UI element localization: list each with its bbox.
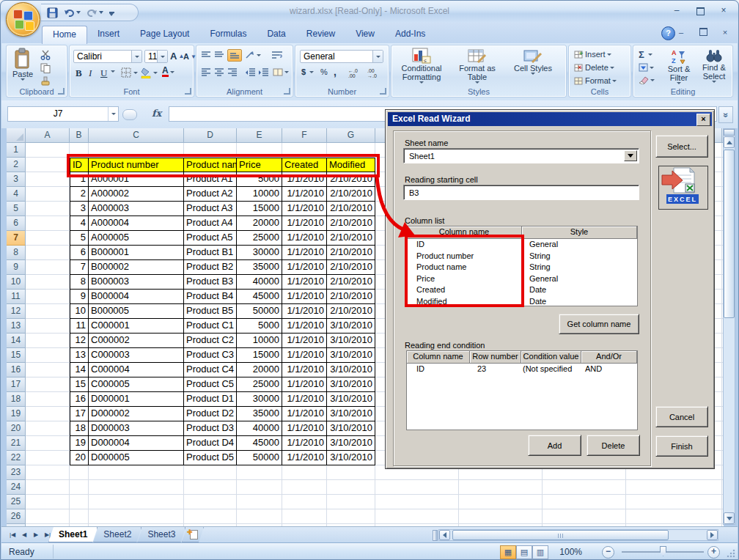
table-data-cell[interactable]: 1/1/2010 [282, 187, 327, 202]
page-layout-view-button[interactable]: ▤ [516, 545, 532, 559]
table-data-cell[interactable]: Product D4 [184, 436, 237, 451]
table-data-cell[interactable]: Product C3 [184, 348, 237, 363]
table-data-cell[interactable]: 45000 [237, 436, 282, 451]
table-data-cell[interactable]: 8 [70, 275, 89, 290]
grid-cell[interactable] [237, 480, 282, 495]
row-header[interactable]: 6 [7, 216, 26, 231]
row-header[interactable]: 10 [7, 275, 26, 290]
vertical-scrollbar[interactable] [723, 128, 735, 525]
table-data-cell[interactable]: 1/1/2010 [282, 348, 327, 363]
tab-split-handle[interactable] [433, 530, 438, 541]
table-data-cell[interactable]: 6 [70, 246, 89, 260]
table-data-cell[interactable]: 30000 [237, 392, 282, 407]
table-data-cell[interactable]: 1 [70, 172, 89, 187]
number-dialog-launcher[interactable] [380, 88, 386, 95]
accounting-format-button[interactable]: $ [301, 67, 314, 76]
grid-cell[interactable] [26, 465, 70, 480]
grid-cell[interactable] [26, 495, 70, 509]
row-header[interactable]: 19 [7, 407, 26, 421]
column-header-E[interactable]: E [237, 128, 282, 143]
zoom-out-button[interactable]: − [602, 546, 614, 559]
zoom-level[interactable]: 100% [559, 547, 582, 557]
select-all-corner[interactable] [7, 128, 26, 143]
scroll-down-button[interactable] [724, 512, 735, 524]
insert-function-button[interactable]: fx [152, 108, 161, 119]
table-data-cell[interactable]: 3/10/2010 [327, 319, 375, 334]
table-data-cell[interactable]: 15000 [237, 348, 282, 363]
scroll-up-button[interactable] [724, 136, 735, 148]
table-data-cell[interactable]: 1/1/2010 [282, 304, 327, 319]
grid-cell[interactable] [26, 319, 70, 334]
conditional-formatting-button[interactable]: ≤ Conditional Formatting [394, 48, 449, 87]
clear-button[interactable] [639, 76, 655, 84]
table-header-cell[interactable]: Product number [89, 158, 184, 172]
align-right-button[interactable] [227, 68, 238, 76]
sheet-name-combo[interactable]: Sheet1 [403, 148, 639, 163]
row-header[interactable]: 8 [7, 246, 26, 260]
table-data-cell[interactable]: 1/1/2010 [282, 202, 327, 216]
table-data-cell[interactable]: 4 [70, 216, 89, 231]
first-sheet-button[interactable]: |◀ [7, 529, 18, 541]
column-list-table[interactable]: Column nameStyleIDGeneralProduct numberS… [406, 226, 638, 306]
table-data-cell[interactable]: 5 [70, 231, 89, 246]
tab-insert[interactable]: Insert [87, 26, 130, 43]
grid-cell[interactable] [282, 480, 327, 495]
grid-cell[interactable] [626, 495, 722, 509]
decrease-indent-button[interactable] [245, 68, 256, 76]
grid-cell[interactable] [184, 465, 237, 480]
name-box[interactable]: J7 [7, 106, 119, 122]
name-box-splitter[interactable] [122, 109, 137, 120]
grid-cell[interactable] [282, 143, 327, 158]
table-data-cell[interactable]: 2/10/2010 [327, 187, 375, 202]
minimize-button[interactable]: – [668, 5, 685, 17]
grid-cell[interactable] [459, 509, 543, 524]
sheet-tab-sheet2[interactable]: Sheet2 [93, 527, 141, 542]
grid-cell[interactable] [184, 143, 237, 158]
table-data-cell[interactable]: 12 [70, 334, 89, 348]
grid-cell[interactable] [26, 202, 70, 216]
table-row[interactable]: Product numberString [407, 251, 637, 262]
insert-cells-button[interactable]: + Insert [574, 50, 611, 59]
table-data-cell[interactable]: Product D5 [184, 451, 237, 465]
office-button[interactable] [6, 2, 40, 37]
tab-review[interactable]: Review [296, 26, 345, 43]
delete-button[interactable]: Delete [587, 435, 640, 456]
table-data-cell[interactable]: 2/10/2010 [327, 290, 375, 304]
table-data-cell[interactable]: 20 [70, 451, 89, 465]
finish-button[interactable]: Finish [655, 435, 708, 457]
row-header[interactable]: 20 [7, 421, 26, 436]
tab-formulas[interactable]: Formulas [199, 26, 257, 43]
undo-button[interactable] [62, 6, 82, 19]
resize-grip[interactable] [727, 549, 735, 558]
table-data-cell[interactable]: D000001 [89, 392, 184, 407]
grid-cell[interactable] [237, 495, 282, 509]
row-header[interactable]: 23 [7, 465, 26, 480]
table-data-cell[interactable]: D000003 [89, 421, 184, 436]
dialog-close-button[interactable]: × [696, 114, 710, 126]
grid-cell[interactable] [26, 231, 70, 246]
table-data-cell[interactable]: Product A1 [184, 172, 237, 187]
table-data-cell[interactable]: 3/10/2010 [327, 421, 375, 436]
table-data-cell[interactable]: Product B4 [184, 290, 237, 304]
grid-cell[interactable] [543, 480, 626, 495]
table-data-cell[interactable]: C000004 [89, 363, 184, 377]
grid-cell[interactable] [237, 143, 282, 158]
table-row[interactable]: IDGeneral [407, 239, 637, 251]
table-data-cell[interactable]: 2/10/2010 [327, 231, 375, 246]
increase-decimal-button[interactable]: ←.0 .00 [348, 68, 364, 78]
table-data-cell[interactable]: 3/10/2010 [327, 334, 375, 348]
grid-cell[interactable] [282, 495, 327, 509]
name-box-dropdown[interactable] [108, 107, 118, 121]
table-data-cell[interactable]: Product B1 [184, 246, 237, 260]
row-header[interactable]: 24 [7, 480, 26, 495]
row-header[interactable]: 5 [7, 202, 26, 216]
get-column-name-button[interactable]: Get column name [559, 314, 639, 334]
bold-button[interactable]: B [76, 67, 82, 79]
table-data-cell[interactable]: 25000 [237, 231, 282, 246]
grid-cell[interactable] [375, 480, 459, 495]
zoom-in-button[interactable]: + [707, 546, 720, 559]
table-data-cell[interactable]: 1/1/2010 [282, 260, 327, 275]
grid-cell[interactable] [26, 143, 70, 158]
column-header-G[interactable]: G [327, 128, 375, 143]
table-data-cell[interactable]: 40000 [237, 275, 282, 290]
